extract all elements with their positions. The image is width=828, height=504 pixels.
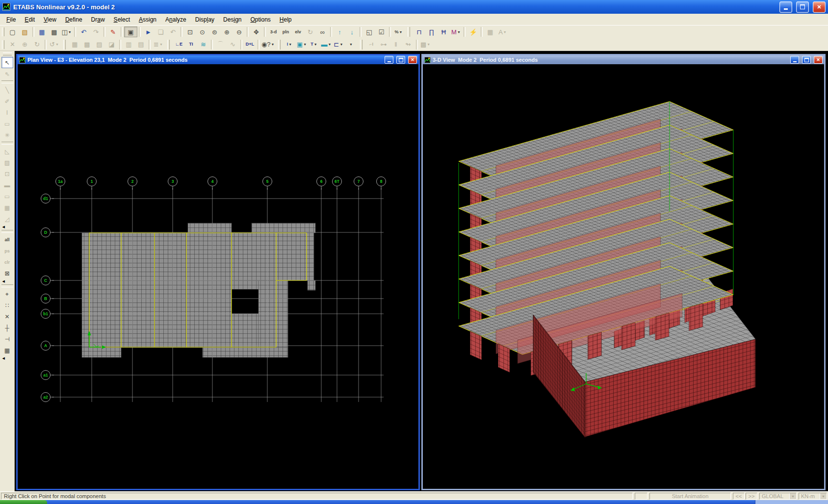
draw-special-line-button[interactable]: ✐ <box>1 96 13 107</box>
plan-maximize-button[interactable] <box>396 56 405 64</box>
menu-select[interactable]: Select <box>109 15 134 25</box>
select-all-button[interactable]: all <box>1 234 13 245</box>
menu-options[interactable]: Options <box>246 15 275 25</box>
menu-display[interactable]: Display <box>191 15 219 25</box>
draw-rect-area-button[interactable]: ▨ <box>1 157 13 168</box>
similar-stories-button[interactable]: ⊓ <box>413 26 425 37</box>
previous-mode-button[interactable]: << <box>733 493 745 500</box>
menu-draw[interactable]: Draw <box>87 15 109 25</box>
zoom-out-button[interactable]: ⊖ <box>233 26 245 37</box>
rotate-3d-view-button[interactable]: ↻ <box>304 26 316 37</box>
draw-ramp-button[interactable]: ◿ <box>1 213 13 225</box>
view-plan-button[interactable]: pln <box>280 26 292 37</box>
select-flyout-icon[interactable]: ◀ <box>1 279 13 283</box>
coordinate-system-dropdown[interactable]: GLOBAL▼ <box>759 493 797 500</box>
close-button[interactable]: ✕ <box>813 1 826 13</box>
load-combo-button[interactable]: D+L <box>244 39 256 50</box>
menu-file[interactable]: File <box>2 15 20 25</box>
edit-pencil-button[interactable]: ✎ <box>107 26 119 37</box>
query-point-button[interactable]: ◉?▼ <box>261 39 275 50</box>
clear-selection-button[interactable]: clr <box>1 256 13 268</box>
edit-areas-button[interactable]: ◪ <box>105 39 118 50</box>
perspective-toggle-button[interactable]: ∞ <box>316 26 329 37</box>
menu-define[interactable]: Define <box>61 15 87 25</box>
view3d-close-button[interactable]: ✕ <box>814 56 823 64</box>
frame-release-button[interactable]: ⌐I <box>365 39 378 50</box>
select-pointer-button[interactable]: ↖ <box>1 57 13 68</box>
percent-options-button[interactable]: %▼ <box>392 26 405 37</box>
print-graphics-button[interactable]: ▩ <box>48 26 60 37</box>
toolbar-grip[interactable] <box>2 40 4 49</box>
view3d-minimize-button[interactable] <box>790 56 799 64</box>
zoom-full-button[interactable]: ⊙ <box>196 26 208 37</box>
rotate-edit-button[interactable]: ↻ <box>31 39 43 50</box>
menu-design[interactable]: Design <box>219 15 246 25</box>
design-combo-button[interactable]: A▼ <box>496 26 509 37</box>
plan-view-title-bar[interactable]: Plan View - E3 - Elevation 23,1 Mode 2 P… <box>18 55 418 64</box>
merge-areas-button[interactable]: ▩ <box>81 39 93 50</box>
run-analysis-button[interactable]: ► <box>142 26 155 37</box>
snap-ends-button[interactable]: ⊣ <box>1 333 13 345</box>
zoom-window-button[interactable]: ⊡ <box>184 26 196 37</box>
select-add-button[interactable]: ⇖ <box>1 68 13 79</box>
split-rows-button[interactable]: ▤ <box>135 39 147 50</box>
response-trace-button[interactable]: ∿ <box>227 39 239 50</box>
more-sections-dropdown[interactable]: ▼ <box>345 39 357 50</box>
story-option-button[interactable]: M▼ <box>450 26 462 37</box>
move-points-button[interactable]: ⊕ <box>19 39 31 50</box>
model-3d-drawing[interactable] <box>423 64 824 489</box>
snap-perpendicular-button[interactable]: ┼ <box>1 322 13 333</box>
redo-button[interactable]: ↷ <box>90 26 102 37</box>
draw-point-button[interactable]: ✳ <box>1 129 13 141</box>
start-animation-button[interactable]: Start Animation <box>649 493 731 500</box>
all-stories-button[interactable]: Ħ <box>438 26 450 37</box>
end-offsets-button[interactable]: ǁ <box>390 39 402 50</box>
view-3d-button[interactable]: 3-d <box>267 26 280 37</box>
mesh-areas-button[interactable]: ▦ <box>69 39 81 50</box>
deck-display-button[interactable]: ≋ <box>197 39 209 50</box>
toolbar-group-grip[interactable] <box>360 40 362 50</box>
save-model-button[interactable]: ▦ <box>36 26 48 37</box>
run-quick-button[interactable]: ⚡ <box>467 26 479 37</box>
view-3d-title-bar[interactable]: 3-D View Mode 2 Period 0,6891 seconds ✕ <box>423 55 824 64</box>
menu-edit[interactable]: Edit <box>20 15 39 25</box>
draw-poly-area-button[interactable]: ◺ <box>1 146 13 157</box>
toolbar-group-grip[interactable] <box>167 40 170 50</box>
split-columns-button[interactable]: ▥ <box>123 39 135 50</box>
expand-areas-button[interactable]: ▨ <box>93 39 105 50</box>
toolbar-grip[interactable] <box>2 27 4 36</box>
draw-wall-button[interactable]: ▬ <box>1 179 13 191</box>
next-mode-button[interactable]: >> <box>746 493 757 500</box>
shrink-objects-button[interactable]: ◱ <box>363 26 375 37</box>
snap-grid-button[interactable]: ∷ <box>1 300 13 311</box>
partial-fixity-button[interactable]: ⊶ <box>378 39 390 50</box>
menu-help[interactable]: Help <box>275 15 296 25</box>
break-edit-button[interactable]: ✕ <box>6 39 19 50</box>
restore-button[interactable] <box>796 1 809 13</box>
snap-flyout-icon[interactable]: ◀ <box>1 356 13 360</box>
zoom-in-button[interactable]: ⊕ <box>221 26 233 37</box>
invert-selection-button[interactable]: ⊠ <box>1 268 13 279</box>
one-story-button[interactable]: ∏ <box>425 26 438 37</box>
move-up-story-button[interactable]: ↑ <box>334 26 346 37</box>
select-previous-button[interactable]: ps <box>1 245 13 256</box>
frame-section-dropdown[interactable]: I▼ <box>284 39 296 50</box>
snap-intersections-button[interactable]: ✕ <box>1 311 13 322</box>
deck-section-dropdown[interactable]: ▬▼ <box>320 39 333 50</box>
plan-drawing[interactable]: 1a1234566T78d1DCBb1Aa1a2 <box>18 64 418 489</box>
tee-section-dropdown[interactable]: T▼ <box>308 39 320 50</box>
draw-area-button[interactable]: ▭ <box>1 118 13 129</box>
snap-points-button[interactable]: ⌖ <box>1 288 13 300</box>
toolbar-group-grip[interactable] <box>63 40 66 50</box>
assign-more-button[interactable]: ▩▼ <box>419 39 432 50</box>
start-button-fragment[interactable] <box>0 500 47 504</box>
plot-function-button[interactable]: ∟E <box>173 39 185 50</box>
main-title-bar[interactable]: ETABS Nonlinear v9.2.0 - model 2 ✕ <box>0 0 828 14</box>
reshape-object-button[interactable]: ↺▼ <box>48 39 60 50</box>
area-section-dropdown[interactable]: ▣▼ <box>296 39 308 50</box>
new-model-button[interactable]: ▢ <box>6 26 19 37</box>
print-tables-button[interactable]: ◫▼ <box>60 26 73 37</box>
plan-close-button[interactable]: ✕ <box>408 56 417 64</box>
animation-button[interactable]: ▦ <box>484 26 496 37</box>
wall-section-dropdown[interactable]: ⊏▼ <box>333 39 345 50</box>
